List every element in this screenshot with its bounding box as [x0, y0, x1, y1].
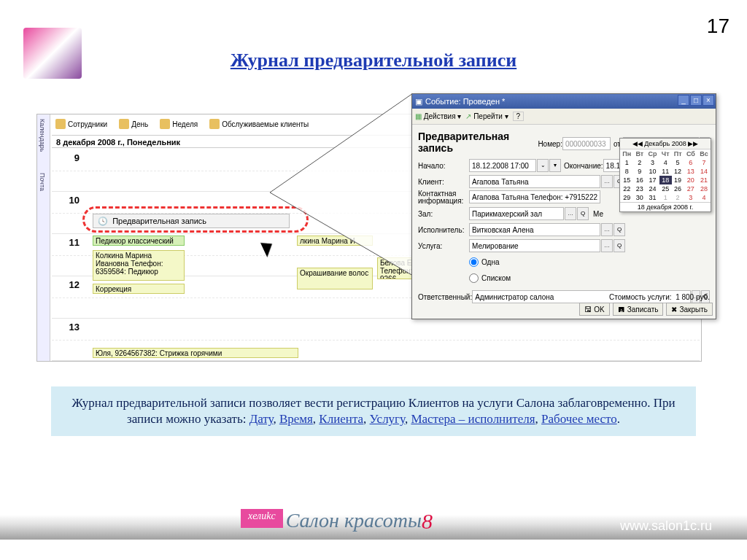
side-tab-calendar[interactable]: Календарь	[39, 119, 46, 152]
calendar-day[interactable]: 20	[684, 176, 697, 184]
appt-coloring[interactable]: Окрашивание волос	[297, 268, 373, 289]
save-button[interactable]: 🖪 Записать	[613, 303, 664, 316]
calendar-day[interactable]: 1	[659, 193, 672, 202]
calendar-day[interactable]: 27	[684, 184, 697, 193]
calendar-day[interactable]: 15	[620, 176, 633, 184]
end-label: Окончание:	[564, 162, 603, 170]
calendar-day[interactable]: 19	[672, 176, 684, 184]
performer-lookup[interactable]: …	[601, 223, 613, 236]
calendar-day[interactable]: 2	[672, 193, 684, 202]
calendar-day[interactable]: 4	[659, 158, 672, 167]
calendar-day[interactable]: 25	[659, 184, 672, 193]
desc-link[interactable]: Дату	[249, 412, 274, 426]
calendar-day[interactable]: 29	[620, 193, 633, 202]
desc-link[interactable]: Клиента	[319, 412, 363, 426]
start-clock[interactable]: ▾	[549, 159, 561, 172]
calendar-day[interactable]: 31	[646, 193, 659, 202]
toolbar-week[interactable]: Неделя	[156, 117, 201, 131]
calendar-day[interactable]: 6	[684, 158, 697, 167]
appt-kolkina[interactable]: Колкина Марина Ивановна Телефон: 6359584…	[93, 250, 185, 281]
radio-one[interactable]	[469, 257, 479, 267]
calendar-footer[interactable]: 18 декабря 2008 г.	[620, 202, 711, 211]
start-label: Начало:	[418, 162, 469, 170]
footer-url[interactable]: www.salon1c.ru	[620, 518, 712, 534]
toolbar-employees[interactable]: Сотрудники	[52, 117, 111, 131]
schedule-toolbar: Сотрудники День Неделя Обслуживаемые кли…	[52, 116, 312, 132]
brand: хелиkс Салон красоты 8	[0, 499, 433, 540]
toolbar-clients[interactable]: Обслуживаемые клиенты	[206, 117, 312, 131]
calendar-day[interactable]: 21	[697, 176, 711, 184]
service-lookup[interactable]: …	[601, 239, 613, 252]
calendar-day[interactable]: 9	[633, 167, 646, 176]
desc-link[interactable]: Время	[279, 412, 313, 426]
goto-menu[interactable]: ↗ Перейти ▾	[465, 112, 508, 120]
calendar-popup: ◀◀ Декабрь 2008 ▶▶ ПнВтСрЧтПтСбВс 123456…	[619, 138, 711, 212]
hall-label: Зал:	[418, 210, 469, 218]
calendar-day[interactable]: 3	[684, 193, 697, 202]
service-input[interactable]	[469, 239, 600, 252]
actions-menu[interactable]: ▦ Действия ▾	[415, 112, 461, 120]
start-input[interactable]	[469, 159, 536, 172]
number-label: Номер:	[538, 140, 562, 148]
form-title: Предварительная запись	[418, 131, 532, 154]
people-icon	[55, 119, 66, 129]
performer-input[interactable]	[469, 223, 600, 236]
calendar-day[interactable]: 2	[633, 158, 646, 167]
hall-lookup[interactable]: …	[565, 207, 576, 220]
client-label: Клиент:	[418, 178, 469, 186]
client-input[interactable]	[469, 175, 600, 188]
radio-one-label: Одна	[481, 258, 499, 266]
calendar-day[interactable]: 16	[633, 176, 646, 184]
minimize-button[interactable]: _	[678, 95, 689, 106]
hour-9: 9	[62, 152, 80, 163]
page-number: 17	[707, 15, 729, 38]
calendar-day[interactable]: 8	[620, 167, 633, 176]
appt-preliminary[interactable]: 🕓 Предварительная запись	[93, 214, 290, 228]
calendar-day[interactable]: 17	[646, 176, 659, 184]
appt-pedicure[interactable]: Педикюр классический	[93, 236, 185, 246]
description-box: Журнал предварительной записи позволяет …	[51, 386, 696, 436]
hall-clear[interactable]: Q	[577, 207, 589, 220]
calendar-day[interactable]: 4	[697, 193, 711, 202]
calendar-day[interactable]: 11	[659, 167, 672, 176]
maximize-button[interactable]: □	[690, 95, 702, 106]
appt-correction[interactable]: Коррекция	[93, 284, 185, 294]
calendar-day[interactable]: 28	[697, 184, 711, 193]
start-picker[interactable]: ⌄	[537, 159, 549, 172]
appt-yulia[interactable]: Юля, 9264567382: Стрижка горячими	[93, 348, 298, 358]
performer-clear[interactable]: Q	[614, 223, 625, 236]
service-clear[interactable]: Q	[614, 239, 625, 252]
side-tab-mail[interactable]: Почта	[39, 173, 46, 191]
calendar-day[interactable]: 10	[646, 167, 659, 176]
close-button[interactable]: ✖ Закрыть	[666, 303, 713, 316]
calendar-day[interactable]: 26	[672, 184, 684, 193]
radio-list[interactable]	[469, 273, 479, 283]
contact-input[interactable]	[469, 190, 600, 203]
help-button[interactable]: ?	[513, 112, 525, 121]
calendar-day[interactable]: 7	[697, 158, 711, 167]
toolbar-day[interactable]: День	[115, 117, 152, 131]
calendar-day[interactable]: 23	[633, 184, 646, 193]
calendar-day[interactable]: 13	[684, 167, 697, 176]
number-input[interactable]	[562, 137, 611, 150]
me-label: Ме	[593, 210, 603, 218]
calendar-day[interactable]: 24	[646, 184, 659, 193]
calendar-day[interactable]: 30	[633, 193, 646, 202]
calendar-header[interactable]: ◀◀ Декабрь 2008 ▶▶	[620, 139, 711, 149]
calendar-day[interactable]: 18	[659, 176, 672, 184]
ok-button[interactable]: 🖫 OK	[579, 303, 609, 316]
hall-input[interactable]	[469, 207, 564, 220]
calendar-day[interactable]: 14	[697, 167, 711, 176]
client-lookup[interactable]: …	[601, 175, 613, 188]
desc-link[interactable]: Мастера – исполнителя	[411, 412, 535, 426]
calendar-day[interactable]: 12	[672, 167, 684, 176]
desc-link[interactable]: Рабочее место	[541, 412, 617, 426]
calendar-day[interactable]: 1	[620, 158, 633, 167]
dialog-titlebar[interactable]: ▣ Событие: Проведен * _ □ ×	[412, 94, 716, 109]
close-window-button[interactable]: ×	[703, 95, 714, 106]
calendar-day[interactable]: 5	[672, 158, 684, 167]
calendar-day[interactable]: 22	[620, 184, 633, 193]
appt-kolkina-name[interactable]: лкина Марина И	[297, 236, 373, 246]
calendar-day[interactable]: 3	[646, 158, 659, 167]
desc-link[interactable]: Услугу	[370, 412, 405, 426]
